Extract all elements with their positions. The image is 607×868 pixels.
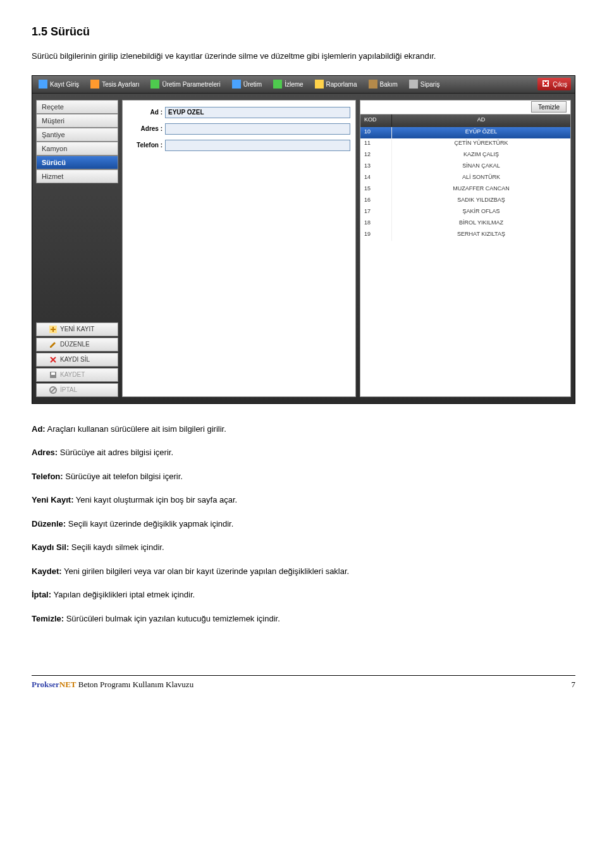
cell-ad: ÇETİN YÜREKTÜRK — [392, 138, 570, 150]
table-row[interactable]: 14ALİ SONTÜRK — [360, 173, 570, 184]
section-desc: Sürücü bilgilerinin girilip izlenebildiğ… — [32, 50, 575, 63]
delete-button[interactable]: KAYDI SİL — [36, 353, 118, 367]
sidebar-item-hizmet[interactable]: Hizmet — [36, 169, 118, 183]
new-icon — [49, 326, 57, 333]
sidebar-item-şantiye[interactable]: Şantiye — [36, 128, 118, 142]
svg-rect-6 — [369, 80, 377, 89]
new-record-button[interactable]: YENİ KAYIT — [36, 322, 118, 336]
definition-text: Sürücüye ait adres bilgisi içerir. — [58, 448, 173, 457]
sidebar-item-label: Kamyon — [42, 145, 67, 152]
toolbar-item-tesis-ayarları[interactable]: Tesis Ayarları — [88, 78, 142, 90]
definition-text: Yeni girilen bilgileri veya var olan bir… — [62, 566, 350, 576]
sidebar: ReçeteMüşteriŞantiyeKamyonSürücüHizmet Y… — [36, 100, 118, 397]
toolbar-icon — [315, 80, 324, 89]
cell-kod: 11 — [360, 138, 392, 150]
cell-ad: SİNAN ÇAKAL — [392, 161, 570, 173]
edit-button[interactable]: DÜZENLE — [36, 338, 118, 351]
sidebar-item-kamyon[interactable]: Kamyon — [36, 142, 118, 156]
definition-text: Araçları kullanan sürücülere ait isim bi… — [46, 424, 226, 434]
table-row[interactable]: 13SİNAN ÇAKAL — [360, 161, 570, 173]
cancel-button[interactable]: İPTAL — [36, 383, 118, 397]
exit-button[interactable]: Çıkış — [537, 78, 571, 90]
toolbar-label: Üretim — [243, 81, 262, 88]
app-body: ReçeteMüşteriŞantiyeKamyonSürücüHizmet Y… — [32, 94, 575, 403]
field-ad: Ad : — [128, 107, 350, 118]
definition-term: Kaydet: — [32, 566, 62, 576]
definition-term: İptal: — [32, 590, 51, 599]
definition-term: Ad: — [32, 424, 46, 434]
table-row[interactable]: 15MUZAFFER CANCAN — [360, 184, 570, 195]
definition-item: Adres: Sürücüye ait adres bilgisi içerir… — [32, 446, 575, 459]
toolbar-label: Tesis Ayarları — [102, 81, 139, 88]
svg-rect-13 — [52, 327, 54, 332]
cell-kod: 19 — [360, 229, 392, 241]
svg-marker-14 — [50, 342, 56, 348]
cell-kod: 15 — [360, 184, 392, 195]
cell-ad: BİROL YIKILMAZ — [392, 218, 570, 229]
toolbar-item-üretim[interactable]: Üretim — [230, 78, 264, 90]
list-body: 10EYÜP ÖZEL11ÇETİN YÜREKTÜRK12KAZIM ÇALI… — [360, 127, 570, 396]
toolbar-item-i̇zleme[interactable]: İzleme — [271, 78, 305, 90]
definition-term: Telefon: — [32, 472, 63, 481]
cell-kod: 13 — [360, 161, 392, 173]
svg-rect-7 — [409, 80, 418, 89]
sidebar-item-label: Hizmet — [42, 173, 63, 180]
toolbar-icon — [150, 80, 159, 89]
sidebar-item-müşteri[interactable]: Müşteri — [36, 114, 118, 128]
table-row[interactable]: 11ÇETİN YÜREKTÜRK — [360, 138, 570, 150]
tel-label: Telefon : — [128, 142, 162, 149]
sidebar-item-sürücü[interactable]: Sürücü — [36, 156, 118, 169]
svg-rect-0 — [39, 80, 47, 89]
toolbar-item-kayıt-giriş[interactable]: Kayıt Giriş — [36, 78, 82, 90]
ad-input[interactable] — [165, 107, 350, 118]
table-row[interactable]: 16SADIK YILDIZBAŞ — [360, 195, 570, 207]
definition-text: Sürücüleri bulmak için yazılan kutucuğu … — [64, 614, 280, 623]
table-row[interactable]: 17ŞAKİR OFLAS — [360, 207, 570, 218]
svg-rect-4 — [273, 80, 282, 89]
definition-item: Temizle: Sürücüleri bulmak için yazılan … — [32, 613, 575, 625]
sidebar-item-label: Müşteri — [42, 117, 64, 125]
definition-term: Temizle: — [32, 614, 64, 623]
save-icon — [49, 371, 57, 379]
clear-button[interactable]: Temizle — [531, 101, 567, 113]
list-top: Temizle — [360, 101, 570, 114]
sidebar-item-label: Şantiye — [42, 131, 65, 138]
form-panel: Ad : Adres : Telefon : — [122, 100, 356, 397]
brand-part2: NET — [59, 680, 77, 689]
sidebar-item-label: Reçete — [42, 103, 64, 111]
toolbar-item-sipariş[interactable]: Sipariş — [407, 78, 443, 90]
save-button[interactable]: KAYDET — [36, 368, 118, 382]
toolbar-label: İzleme — [285, 81, 303, 88]
sidebar-spacer — [36, 185, 118, 321]
cancel-icon — [49, 386, 57, 394]
brand-part1: Prokser — [32, 680, 59, 689]
svg-rect-3 — [232, 80, 241, 89]
toolbar-icon — [273, 80, 282, 89]
delete-label: KAYDI SİL — [60, 356, 90, 363]
toolbar-item-üretim-parametreleri[interactable]: Üretim Parametreleri — [148, 78, 223, 90]
cell-kod: 14 — [360, 173, 392, 184]
toolbar-icon — [232, 80, 241, 89]
table-row[interactable]: 12KAZIM ÇALIŞ — [360, 150, 570, 161]
cell-kod: 16 — [360, 195, 392, 207]
tel-input[interactable] — [165, 140, 350, 151]
toolbar-label: Raporlama — [326, 81, 357, 88]
svg-rect-2 — [150, 80, 159, 89]
sidebar-item-reçete[interactable]: Reçete — [36, 100, 118, 114]
table-row[interactable]: 18BİROL YIKILMAZ — [360, 218, 570, 229]
definition-item: İptal: Yapılan değişiklikleri iptal etme… — [32, 589, 575, 601]
toolbar-icon — [90, 80, 99, 89]
adres-input[interactable] — [165, 123, 350, 135]
toolbar-item-bakım[interactable]: Bakım — [366, 78, 400, 90]
app-toolbar: Kayıt GirişTesis AyarlarıÜretim Parametr… — [32, 76, 575, 94]
table-row[interactable]: 19SERHAT KIZILTAŞ — [360, 229, 570, 241]
toolbar-item-raporlama[interactable]: Raporlama — [312, 78, 360, 90]
list-header: KOD AD — [360, 114, 570, 127]
edit-label: DÜZENLE — [60, 341, 90, 348]
cancel-label: İPTAL — [60, 386, 77, 393]
definition-text: Seçili kaydı silmek içindir. — [69, 542, 164, 552]
save-label: KAYDET — [60, 371, 85, 378]
edit-icon — [49, 341, 57, 348]
page-number: 7 — [572, 680, 576, 690]
table-row[interactable]: 10EYÜP ÖZEL — [360, 127, 570, 138]
